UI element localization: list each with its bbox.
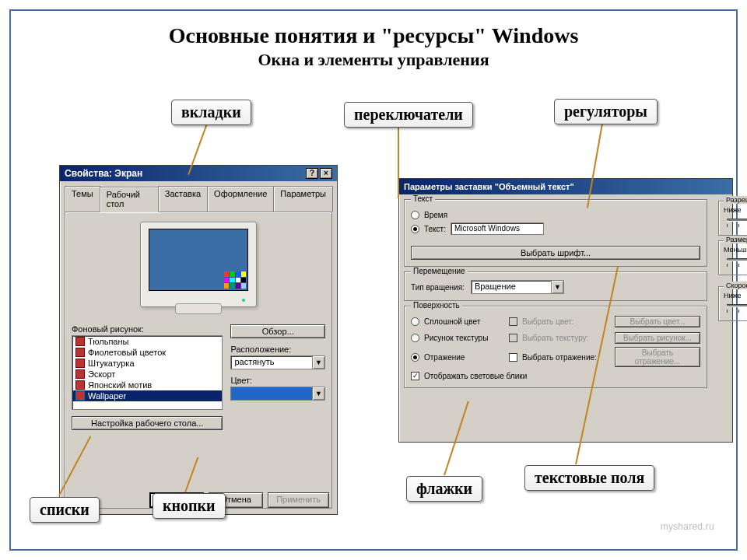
- radio-label: Текст:: [424, 225, 446, 233]
- radio-icon: [411, 211, 419, 219]
- callout-checks: флажки: [406, 476, 482, 502]
- text-input[interactable]: Microsoft Windows: [451, 222, 544, 235]
- help-button[interactable]: ?: [306, 168, 318, 179]
- customize-desktop-button[interactable]: Настройка рабочего стола...: [72, 416, 223, 430]
- slider-size[interactable]: Размер МеньшеБольше: [718, 240, 747, 275]
- bg-label: Фоновый рисунок:: [72, 324, 223, 334]
- callout-lists: списки: [30, 497, 100, 523]
- list-item[interactable]: Японский мотив: [72, 380, 222, 390]
- rotation-type-combo[interactable]: Вращение ▼: [471, 280, 564, 294]
- browse-button[interactable]: Обзор...: [230, 324, 325, 338]
- check-pick-reflection[interactable]: Выбрать отражение:: [509, 353, 610, 362]
- rotation-value: Вращение: [472, 281, 551, 293]
- tab-screensaver[interactable]: Заставка: [158, 186, 208, 212]
- group-motion: Перемещение Тип вращения: Вращение ▼: [404, 271, 707, 301]
- position-combo[interactable]: растянуть ▼: [230, 355, 325, 369]
- radio-icon: [411, 334, 419, 342]
- tab-themes[interactable]: Темы: [65, 186, 100, 212]
- window-title: Свойства: Экран: [65, 168, 142, 179]
- list-item[interactable]: Wallpaper: [72, 390, 222, 401]
- color-swatch: [231, 387, 312, 400]
- tab-settings[interactable]: Параметры: [273, 186, 333, 212]
- tab-bar: Темы Рабочий стол Заставка Оформление Па…: [65, 186, 332, 212]
- callout-textfields: текстовые поля: [524, 465, 654, 491]
- image-icon: [75, 337, 85, 346]
- group-legend: Текст: [411, 194, 435, 203]
- page-subtitle: Окна и элементы управления: [25, 50, 722, 70]
- list-item[interactable]: Фиолетовый цветок: [72, 347, 222, 358]
- pick-reflection-button: Выбрать отражение...: [615, 347, 700, 367]
- choose-font-button[interactable]: Выбрать шрифт...: [411, 246, 700, 260]
- group-legend: Поверхность: [411, 301, 462, 310]
- group-legend: Перемещение: [411, 267, 468, 275]
- list-item[interactable]: Эскорт: [72, 369, 222, 380]
- page-title: Основные понятия и "ресурсы" Windows: [25, 23, 722, 48]
- tab-desktop[interactable]: Рабочий стол: [100, 187, 159, 212]
- image-icon: [75, 380, 85, 390]
- slider-legend: Размер: [724, 236, 747, 243]
- tab-appearance[interactable]: Оформление: [207, 186, 274, 212]
- chevron-down-icon[interactable]: ▼: [551, 281, 563, 293]
- tab-content: Фоновый рисунок: Тюльпаны Фиолетовый цве…: [65, 212, 332, 509]
- radio-reflection[interactable]: Отражение: [411, 353, 504, 362]
- image-icon: [75, 359, 85, 368]
- list-item[interactable]: Тюльпаны: [72, 336, 222, 347]
- group-surface: Поверхность Сплошной цвет Выбрать цвет: …: [404, 306, 707, 388]
- callout-buttons: кнопки: [153, 493, 226, 519]
- list-item[interactable]: Штукатурка: [72, 358, 222, 369]
- color-label: Цвет:: [230, 376, 325, 385]
- slider-legend: Скорость вращения: [724, 282, 747, 289]
- callout-tabs: вкладки: [171, 100, 251, 125]
- apply-button[interactable]: Применить: [268, 492, 329, 508]
- window-title: Параметры заставки "Объемный текст": [404, 182, 574, 191]
- titlebar[interactable]: Свойства: Экран ? ×: [60, 166, 337, 181]
- radio-time[interactable]: Время: [411, 211, 700, 219]
- radio-texture[interactable]: Рисунок текстуры: [411, 334, 504, 342]
- image-icon: [75, 369, 85, 379]
- callout-sliders: регуляторы: [554, 99, 658, 124]
- radio-icon: [411, 317, 419, 326]
- group-text: Текст Время Текст: Microsoft Windows: [404, 199, 707, 267]
- watermark: myshared.ru: [661, 521, 714, 532]
- slider-legend: Разрешение: [724, 196, 747, 204]
- radio-text[interactable]: Текст: Microsoft Windows: [411, 222, 700, 235]
- image-icon: [75, 391, 85, 401]
- preview-monitor: [140, 222, 257, 307]
- color-combo[interactable]: ▼: [230, 387, 325, 401]
- background-list[interactable]: Тюльпаны Фиолетовый цветок Штукатурка Эс…: [72, 335, 223, 410]
- check-pick-color: Выбрать цвет:: [509, 317, 610, 326]
- image-icon: [75, 348, 85, 357]
- window-display-properties: Свойства: Экран ? × Темы Рабочий стол За…: [59, 165, 338, 515]
- close-button[interactable]: ×: [320, 168, 332, 179]
- rotation-type-label: Тип вращения:: [411, 283, 465, 292]
- position-value: растянуть: [231, 356, 312, 369]
- radio-icon: [411, 225, 419, 233]
- window-screensaver-options: Параметры заставки "Объемный текст" Текс…: [398, 178, 733, 443]
- radio-icon: [411, 353, 419, 362]
- slider-resolution[interactable]: Разрешение НижеВыше: [718, 201, 747, 236]
- chevron-down-icon[interactable]: ▼: [312, 356, 324, 369]
- position-label: Расположение:: [230, 345, 325, 354]
- pick-color-button: Выбрать цвет...: [615, 316, 700, 327]
- radio-label: Время: [424, 211, 447, 219]
- slider-rotation-speed[interactable]: Скорость вращения НижеВыше: [718, 286, 747, 321]
- check-spec-highlights[interactable]: Отображать световые блики: [411, 372, 700, 380]
- titlebar[interactable]: Параметры заставки "Объемный текст": [399, 179, 732, 194]
- chevron-down-icon[interactable]: ▼: [312, 387, 324, 400]
- pick-texture-button: Выбрать рисунок...: [615, 332, 700, 344]
- check-pick-texture: Выбрать текстуру:: [509, 334, 610, 342]
- radio-solid-color[interactable]: Сплошной цвет: [411, 317, 504, 326]
- callout-radios: переключатели: [344, 102, 473, 128]
